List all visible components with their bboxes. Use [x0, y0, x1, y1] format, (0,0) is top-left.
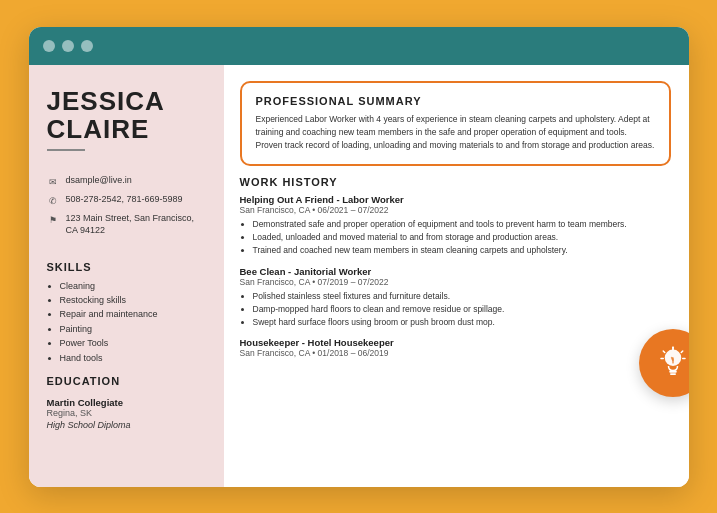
name-last: CLAIRE [47, 115, 206, 144]
job-location: San Francisco, CA • 06/2021 – 07/2022 [240, 205, 671, 215]
skill-item: Restocking skills [60, 293, 206, 307]
contact-email-item: ✉ dsample@live.in [47, 175, 206, 189]
browser-dot-1 [43, 40, 55, 52]
education-title: EDUCATION [47, 375, 206, 387]
skill-item: Hand tools [60, 351, 206, 365]
browser-bar [29, 27, 689, 65]
edu-degree: High School Diploma [47, 420, 206, 430]
contact-address-item: ⚑ 123 Main Street, San Francisco, CA 941… [47, 213, 206, 236]
browser-dot-3 [81, 40, 93, 52]
edu-location: Regina, SK [47, 408, 206, 418]
job-title: Housekeeper - Hotel Housekeeper [240, 337, 671, 348]
svg-line-6 [681, 351, 683, 353]
job-bullet-item: Loaded, unloaded and moved material to a… [253, 231, 671, 244]
resume-main: PROFESSIONAL SUMMARY Experienced Labor W… [224, 65, 689, 487]
contact-phone-item: ✆ 508-278-2542, 781-669-5989 [47, 194, 206, 208]
job-bullet-item: Polished stainless steel fixtures and fu… [253, 290, 671, 303]
location-icon: ⚑ [47, 214, 60, 227]
resume-sidebar: JESSICA CLAIRE ✉ dsample@live.in ✆ 508-2… [29, 65, 224, 487]
skill-item: Repair and maintenance [60, 307, 206, 321]
job-bullets: Polished stainless steel fixtures and fu… [240, 290, 671, 330]
job-bullet-item: Trained and coached new team members in … [253, 244, 671, 257]
name-first: JESSICA [47, 87, 206, 116]
job-block: Bee Clean - Janitorial WorkerSan Francis… [240, 266, 671, 330]
job-block: Helping Out A Friend - Labor WorkerSan F… [240, 194, 671, 258]
name-divider [47, 149, 85, 152]
resume-body: JESSICA CLAIRE ✉ dsample@live.in ✆ 508-2… [29, 65, 689, 487]
contact-email: dsample@live.in [66, 175, 132, 187]
job-bullet-item: Swept hard surface floors using broom or… [253, 316, 671, 329]
skills-title: SKILLS [47, 261, 206, 273]
svg-line-5 [663, 351, 665, 353]
lightbulb-icon [655, 345, 689, 381]
summary-box: PROFESSIONAL SUMMARY Experienced Labor W… [240, 81, 671, 167]
skill-item: Cleaning [60, 279, 206, 293]
skill-item: Painting [60, 322, 206, 336]
email-icon: ✉ [47, 176, 60, 189]
browser-window: JESSICA CLAIRE ✉ dsample@live.in ✆ 508-2… [29, 27, 689, 487]
job-title: Bee Clean - Janitorial Worker [240, 266, 671, 277]
education-block: Martin Collegiate Regina, SK High School… [47, 397, 206, 430]
skill-item: Power Tools [60, 336, 206, 350]
job-block: Housekeeper - Hotel HousekeeperSan Franc… [240, 337, 671, 358]
job-title: Helping Out A Friend - Labor Worker [240, 194, 671, 205]
work-history-title: WORK HISTORY [240, 176, 671, 188]
job-location: San Francisco, CA • 01/2018 – 06/2019 [240, 348, 671, 358]
browser-dot-2 [62, 40, 74, 52]
skills-list: CleaningRestocking skillsRepair and main… [47, 279, 206, 365]
contact-block: ✉ dsample@live.in ✆ 508-278-2542, 781-66… [47, 175, 206, 236]
job-location: San Francisco, CA • 07/2019 – 07/2022 [240, 277, 671, 287]
jobs-container: Helping Out A Friend - Labor WorkerSan F… [240, 194, 671, 358]
contact-address: 123 Main Street, San Francisco, CA 94122 [66, 213, 206, 236]
job-bullets: Demonstrated safe and proper operation o… [240, 218, 671, 258]
job-bullet-item: Damp-mopped hard floors to clean and rem… [253, 303, 671, 316]
phone-icon: ✆ [47, 195, 60, 208]
summary-text: Experienced Labor Worker with 4 years of… [256, 113, 655, 153]
svg-rect-2 [670, 373, 676, 375]
summary-title: PROFESSIONAL SUMMARY [256, 95, 655, 107]
edu-school: Martin Collegiate [47, 397, 206, 408]
svg-rect-1 [669, 370, 677, 372]
job-bullet-item: Demonstrated safe and proper operation o… [253, 218, 671, 231]
contact-phone: 508-278-2542, 781-669-5989 [66, 194, 183, 206]
name-block: JESSICA CLAIRE [47, 87, 206, 162]
work-history-section: WORK HISTORY Helping Out A Friend - Labo… [240, 176, 671, 366]
